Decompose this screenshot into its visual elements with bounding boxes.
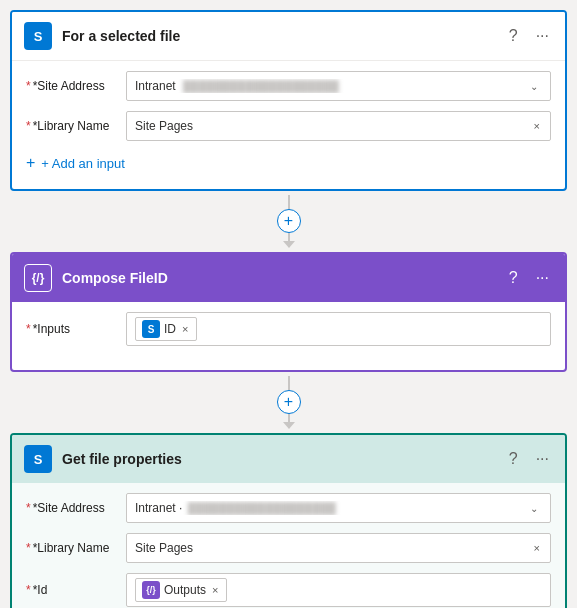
card2-actions: ? ··· xyxy=(505,267,553,289)
card2-tag-remove[interactable]: × xyxy=(180,322,190,336)
connector-2: + xyxy=(277,372,301,433)
card3-library-row: **Library Name Site Pages × xyxy=(26,533,551,563)
card3-outputs-tag: {/} Outputs × xyxy=(135,578,227,602)
card3-more-button[interactable]: ··· xyxy=(532,448,553,470)
card2-help-button[interactable]: ? xyxy=(505,267,522,289)
card1-library-input[interactable]: Site Pages × xyxy=(126,111,551,141)
connector-2-plus[interactable]: + xyxy=(277,390,301,414)
card3-id-row: **Id {/} Outputs × xyxy=(26,573,551,607)
card2-body: **Inputs S ID × xyxy=(12,302,565,370)
connector-2-bottom-line xyxy=(288,414,290,422)
card-get-file-properties: S Get file properties ? ··· **Site Addre… xyxy=(10,433,567,608)
card3-body: **Site Address Intranet · ██████████████… xyxy=(12,483,565,608)
card3-actions: ? ··· xyxy=(505,448,553,470)
card2-title: Compose FileID xyxy=(62,270,495,286)
card1-site-chevron: ⌄ xyxy=(526,78,542,94)
card1-library-row: **Library Name Site Pages × xyxy=(26,111,551,141)
card1-library-label: **Library Name xyxy=(26,119,116,133)
connector-1-bottom-line xyxy=(288,233,290,241)
card3-id-field[interactable]: {/} Outputs × xyxy=(126,573,551,607)
card3-site-address-row: **Site Address Intranet · ██████████████… xyxy=(26,493,551,523)
card1-site-address-row: **Site Address Intranet ████████████████… xyxy=(26,71,551,101)
connector-1-plus[interactable]: + xyxy=(277,209,301,233)
card1-body: **Site Address Intranet ████████████████… xyxy=(12,61,565,189)
card3-icon: S xyxy=(24,445,52,473)
connector-1-arrow xyxy=(283,241,295,248)
card3-tag-icon: {/} xyxy=(142,581,160,599)
card3-site-chevron: ⌄ xyxy=(526,500,542,516)
connector-1-top-line xyxy=(288,195,290,209)
card1-actions: ? ··· xyxy=(505,25,553,47)
card2-icon: {/} xyxy=(24,264,52,292)
card2-tag-icon: S xyxy=(142,320,160,338)
card3-library-input[interactable]: Site Pages × xyxy=(126,533,551,563)
flow-container: S For a selected file ? ··· **Site Addre… xyxy=(10,10,567,608)
connector-2-top-line xyxy=(288,376,290,390)
card3-header: S Get file properties ? ··· xyxy=(12,435,565,483)
card1-help-button[interactable]: ? xyxy=(505,25,522,47)
card1-library-clear[interactable]: × xyxy=(532,119,542,133)
card3-library-clear[interactable]: × xyxy=(532,541,542,555)
card3-site-address-input[interactable]: Intranet · ███████████████████ ⌄ xyxy=(126,493,551,523)
card2-inputs-label: **Inputs xyxy=(26,322,116,336)
card3-tag-remove[interactable]: × xyxy=(210,583,220,597)
card1-title: For a selected file xyxy=(62,28,495,44)
card1-header: S For a selected file ? ··· xyxy=(12,12,565,61)
connector-2-arrow xyxy=(283,422,295,429)
card2-inputs-row: **Inputs S ID × xyxy=(26,312,551,346)
add-input-link[interactable]: + + Add an input xyxy=(26,151,551,175)
card1-site-address-label: **Site Address xyxy=(26,79,116,93)
card3-site-address-label: **Site Address xyxy=(26,501,116,515)
card3-title: Get file properties xyxy=(62,451,495,467)
card2-header: {/} Compose FileID ? ··· xyxy=(12,254,565,302)
card-compose-fileid: {/} Compose FileID ? ··· **Inputs xyxy=(10,252,567,372)
card-for-selected-file: S For a selected file ? ··· **Site Addre… xyxy=(10,10,567,191)
card3-id-label: **Id xyxy=(26,583,116,597)
card3-help-button[interactable]: ? xyxy=(505,448,522,470)
card2-inputs-field[interactable]: S ID × xyxy=(126,312,551,346)
card1-icon: S xyxy=(24,22,52,50)
card2-more-button[interactable]: ··· xyxy=(532,267,553,289)
card3-library-label: **Library Name xyxy=(26,541,116,555)
card1-more-button[interactable]: ··· xyxy=(532,25,553,47)
card2-id-tag: S ID × xyxy=(135,317,197,341)
connector-1: + xyxy=(277,191,301,252)
card1-site-address-input[interactable]: Intranet ████████████████████ ⌄ xyxy=(126,71,551,101)
